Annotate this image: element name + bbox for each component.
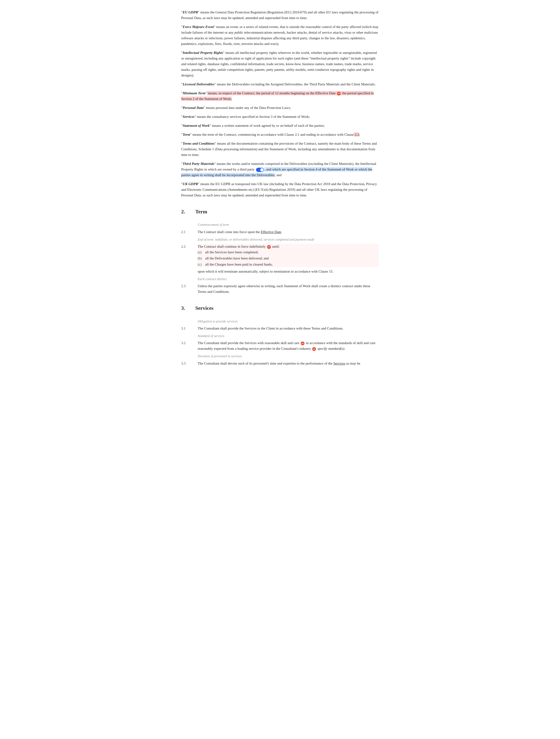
- clause-2-1: 2.1 The Contract shall come into force u…: [181, 229, 379, 235]
- sub-item-2-2-c: (c) all the Charges have been paid in cl…: [198, 262, 379, 267]
- clause-3-1-number: 3.1: [181, 325, 193, 331]
- document-body: "EU GDPR" means the General Data Protect…: [181, 9, 379, 366]
- comment-devotion-personnel: Devotion of personnel to services: [198, 354, 379, 359]
- clause-2-3: 2.3 Unless the parties expressly agree o…: [181, 283, 379, 294]
- section-3-title: Services: [195, 304, 214, 312]
- definition-ipr: "Intellectual Property Rights" means all…: [181, 50, 379, 78]
- definition-statement-of-work: "Statement of Work" means a written stat…: [181, 123, 379, 128]
- clause-3-1: 3.1 The Consultant shall provide the Ser…: [181, 325, 379, 331]
- clause-2-3-number: 2.3: [181, 283, 193, 294]
- definition-personal-data: "Personal Data" means personal data unde…: [181, 105, 379, 111]
- section-2-title: Term: [195, 207, 207, 216]
- comment-standard-services: Standard of services: [198, 333, 379, 339]
- definition-eu-gdpr: "EU GDPR" means the General Data Protect…: [181, 9, 379, 21]
- definition-third-party-materials: "Third Party Materials" means the works …: [181, 161, 379, 178]
- toggle-knob: [260, 168, 264, 171]
- definitions-section: "EU GDPR" means the General Data Protect…: [181, 9, 379, 198]
- or-badge-3-2: or: [301, 341, 304, 345]
- clause-2-2-number: 2.2: [181, 244, 193, 274]
- condition-box-2-2: The Contract shall continue in force ind…: [198, 244, 379, 267]
- or-badge-minimum-term: or: [337, 92, 341, 96]
- definition-terms-conditions: "Terms and Conditions" means all the doc…: [181, 141, 379, 158]
- clause-3-2-number: 3.2: [181, 340, 193, 351]
- sub-item-2-2-b: (b) all the Deliverables have been deliv…: [198, 256, 379, 261]
- section-3-number: 3.: [181, 304, 190, 312]
- clause-2-2: 2.2 The Contract shall continue in force…: [181, 244, 379, 274]
- toggle-switch[interactable]: [256, 168, 264, 172]
- section-2-term: 2. Term Commencement of term 2.1 The Con…: [181, 207, 379, 294]
- or-badge-2-2: or: [267, 245, 271, 249]
- definition-term: "Term" means the term of the Contract, c…: [181, 132, 379, 137]
- definition-minimum-term: "Minimum Term" means, in respect of the …: [181, 90, 379, 102]
- clause-2-1-number: 2.1: [181, 229, 193, 235]
- or-badge-3-2b: or: [312, 347, 316, 351]
- comment-obligation: Obligation to provide services: [198, 319, 379, 324]
- clause-3-3: 3.3 The Consultant shall devote such of …: [181, 360, 379, 366]
- comment-end-of-term: End of term: indefinite, or deliverables…: [198, 237, 379, 242]
- clause-3-3-number: 3.3: [181, 360, 193, 366]
- comment-commencement: Commencement of term: [198, 222, 379, 228]
- section-3-services: 3. Services Obligation to provide servic…: [181, 304, 379, 366]
- section-2-number: 2.: [181, 207, 190, 216]
- definition-services: "Services" means the consultancy service…: [181, 114, 379, 120]
- clause-3-2: 3.2 The Consultant shall provide the Ser…: [181, 340, 379, 351]
- definition-force-majeure: "Force Majeure Event" means an event, or…: [181, 24, 379, 46]
- definition-uk-gdpr: "UK GDPR" means the EU GDPR as transpose…: [181, 181, 379, 198]
- comment-each-contract: Each contract distinct: [198, 277, 379, 282]
- upon-which-text: upon which it will terminate automatical…: [198, 269, 379, 274]
- definition-licensed-deliverables: "Licensed Deliverables" means the Delive…: [181, 82, 379, 87]
- sub-item-2-2-a: (a) all the Services have been completed…: [198, 249, 379, 255]
